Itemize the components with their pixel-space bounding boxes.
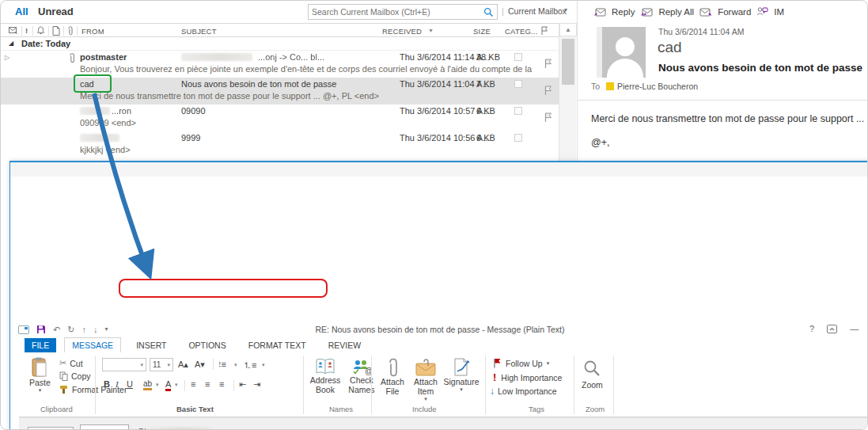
increase-indent-icon[interactable]: ⇥ xyxy=(253,379,260,390)
copy-button[interactable]: Copy xyxy=(59,371,91,381)
font-family-select[interactable]: ▾ xyxy=(102,358,146,371)
tab-options[interactable]: OPTIONS xyxy=(181,338,233,352)
grow-font-icon[interactable]: A▴ xyxy=(178,360,188,370)
sort-desc-icon[interactable]: ▼ xyxy=(428,28,434,33)
compose-titlebar[interactable]: ↶ ↻ ↑ ↓ ▾ RE: Nous avons besoin de ton m… xyxy=(10,162,868,177)
message-sender[interactable]: cad xyxy=(658,39,682,56)
signature-button[interactable]: Signature ▾ xyxy=(444,358,479,393)
check-names-button[interactable]: @ Check Names xyxy=(346,358,377,394)
search-input[interactable] xyxy=(312,7,483,17)
align-left-icon[interactable]: ≡ xyxy=(191,379,195,389)
scope-caret-icon[interactable]: ▾ xyxy=(564,6,567,13)
col-subject[interactable]: SUBJECT xyxy=(181,27,217,36)
numbering-caret-icon[interactable]: ▾ xyxy=(262,362,265,368)
highlight-button[interactable]: ab xyxy=(143,379,152,390)
attach-item-button[interactable]: Attach Item ▾ xyxy=(411,358,441,402)
underline-button[interactable]: U xyxy=(127,379,133,389)
redacted-subject xyxy=(181,53,252,61)
subject-fragment: ...onj -> Co... bl... xyxy=(258,52,324,62)
forward-button[interactable]: Forward xyxy=(718,7,751,17)
category-checkbox[interactable] xyxy=(514,107,522,115)
search-icon[interactable] xyxy=(483,7,494,17)
date-group-row[interactable]: ◢ Date: Today xyxy=(1,37,559,51)
numbering-icon[interactable]: ⒈≡ xyxy=(243,360,256,371)
bullets-caret-icon[interactable]: ▾ xyxy=(234,362,237,368)
category-checkbox[interactable] xyxy=(514,53,522,61)
cut-button[interactable]: ✂ Cut xyxy=(59,358,83,368)
col-itemtype-icon[interactable] xyxy=(52,26,60,36)
scroll-up-icon[interactable]: ▲ xyxy=(565,26,571,33)
flag-icon[interactable] xyxy=(544,112,553,123)
recipient-name[interactable]: Pierre-Luc Boucheron xyxy=(617,82,698,91)
align-center-icon[interactable]: ≡ xyxy=(205,379,209,389)
scrollbar-thumb[interactable] xyxy=(562,39,574,85)
message-list-pane: All Unread | Current Mailbox ▾ ! xyxy=(1,1,576,161)
help-icon[interactable]: ? xyxy=(809,324,814,333)
forward-icon[interactable] xyxy=(699,7,712,17)
col-received[interactable]: RECEIVED xyxy=(382,27,422,36)
search-box[interactable] xyxy=(308,4,498,20)
filter-tab-all[interactable]: All xyxy=(15,6,28,17)
im-icon[interactable] xyxy=(756,6,768,17)
collapse-icon[interactable]: ◢ xyxy=(9,40,13,47)
shrink-font-icon[interactable]: A▾ xyxy=(195,360,205,370)
attach-file-button[interactable]: Attach File xyxy=(377,358,407,396)
signature-caret-icon: ▾ xyxy=(460,386,463,393)
reply-icon[interactable] xyxy=(593,7,606,17)
message-row-9999[interactable]: 9999 Thu 3/6/2014 10:56 A... 6 KB kjkkjk… xyxy=(1,131,559,161)
follow-up-button[interactable]: Follow Up ▾ xyxy=(493,358,549,368)
col-from[interactable]: FROM xyxy=(81,27,104,36)
list-scrollbar[interactable]: ▲ xyxy=(559,23,576,161)
from-button[interactable]: From▾ xyxy=(80,424,129,430)
col-icon-type-icon[interactable] xyxy=(9,26,18,35)
tab-insert[interactable]: INSERT xyxy=(129,338,173,352)
highlight-caret-icon[interactable]: ▾ xyxy=(156,382,159,388)
filter-tab-unread[interactable]: Unread xyxy=(38,6,74,17)
font-color-caret-icon[interactable]: ▾ xyxy=(175,382,178,388)
font-size-select[interactable]: 11▾ xyxy=(150,358,173,371)
col-size[interactable]: SIZE xyxy=(473,27,491,36)
message-size: 38 KB xyxy=(476,52,500,62)
minimize-icon[interactable]: — xyxy=(850,324,859,333)
reply-all-icon[interactable] xyxy=(640,7,653,17)
message-row-cad[interactable]: cad Nous avons besoin de ton mot de pass… xyxy=(1,78,559,105)
tab-format-text[interactable]: FORMAT TEXT xyxy=(241,338,313,352)
col-importance-icon[interactable]: ! xyxy=(25,26,28,35)
redacted-from xyxy=(148,427,211,430)
ribbon-display-icon[interactable] xyxy=(827,325,837,333)
mailbox-scope-label[interactable]: Current Mailbox xyxy=(508,6,567,16)
col-reminder-icon[interactable] xyxy=(36,26,45,35)
send-button[interactable]: Send xyxy=(28,427,74,430)
flag-icon[interactable] xyxy=(544,86,553,96)
tab-review[interactable]: REVIEW xyxy=(321,338,368,352)
message-row-postmaster[interactable]: ▷ postmaster ...onj -> Co... bl... Thu 3… xyxy=(1,51,559,78)
bold-button[interactable]: B xyxy=(104,379,110,389)
reply-all-button[interactable]: Reply All xyxy=(658,7,694,17)
group-label-clipboard: Clipboard xyxy=(40,405,73,413)
flag-icon[interactable] xyxy=(544,59,553,69)
low-importance-button[interactable]: ↓ Low Importance xyxy=(490,386,557,396)
high-importance-button[interactable]: ! High Importance xyxy=(493,372,562,382)
reply-button[interactable]: Reply xyxy=(612,7,635,17)
font-color-button[interactable]: A xyxy=(165,379,171,391)
to-label: To xyxy=(591,82,600,91)
message-row-09090[interactable]: ...ron 09090 Thu 3/6/2014 10:57 A... 6 K… xyxy=(1,105,559,131)
category-checkbox[interactable] xyxy=(514,134,522,142)
divider xyxy=(578,100,868,101)
col-categories[interactable]: CATEG... xyxy=(505,27,538,36)
address-book-button[interactable]: Address Book xyxy=(309,358,341,394)
italic-button[interactable]: I xyxy=(116,379,119,389)
zoom-button[interactable]: Zoom xyxy=(582,359,603,390)
subject: 9999 xyxy=(181,133,200,143)
bullets-icon[interactable]: ⁝≡ xyxy=(218,360,226,370)
col-flag-icon[interactable] xyxy=(540,26,549,36)
align-right-icon[interactable]: ≡ xyxy=(219,379,223,389)
tab-file[interactable]: FILE xyxy=(25,338,56,352)
tab-message[interactable]: MESSAGE xyxy=(64,337,121,352)
category-checkbox[interactable] xyxy=(514,80,522,88)
expand-icon[interactable]: ▷ xyxy=(5,54,9,61)
decrease-indent-icon[interactable]: ⇤ xyxy=(239,379,246,390)
col-attachment-icon[interactable] xyxy=(67,26,74,36)
im-button[interactable]: IM xyxy=(774,7,784,17)
paste-button[interactable]: Paste ▾ xyxy=(29,357,51,394)
